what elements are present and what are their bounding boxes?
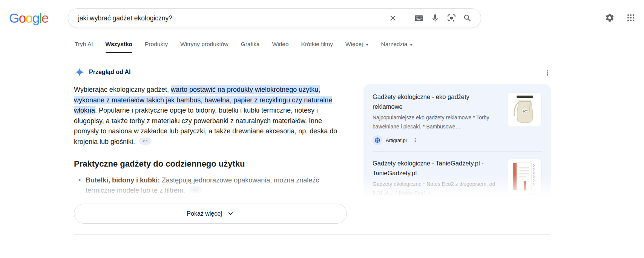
globe-favicon-icon[interactable]: [373, 135, 382, 145]
results-divider: [74, 234, 550, 235]
search-input[interactable]: [78, 14, 388, 22]
voice-search-icon[interactable]: [430, 13, 440, 23]
source-menu-icon[interactable]: [412, 137, 419, 144]
source-thumbnail-notebook[interactable]: [507, 159, 542, 193]
tab-witryny-produktow[interactable]: Witryny produktów: [180, 36, 228, 53]
google-logo[interactable]: Google: [9, 10, 48, 26]
tab-label: Produkty: [145, 41, 168, 48]
tab-label: Więcej: [345, 41, 363, 48]
lens-search-icon[interactable]: [446, 13, 456, 23]
search-submit-icon[interactable]: [463, 13, 472, 23]
tab-label: Wideo: [272, 41, 289, 48]
ai-sparkle-icon: [75, 67, 84, 77]
ai-overview-paragraph: Wybierając ekologiczny gadżet, warto pos…: [74, 85, 342, 147]
source-card-description: Najpopularniejsze eko gadżety reklamowe …: [373, 113, 500, 131]
searchbar-divider: [406, 13, 406, 23]
source-thumbnail-cotton-bag[interactable]: [507, 92, 542, 127]
ai-overview-menu-icon[interactable]: [543, 68, 552, 77]
tab-wszystko[interactable]: Wszystko: [106, 36, 133, 53]
ai-overview-header: Przegląd od AI: [75, 67, 131, 77]
ai-overview-title: Przegląd od AI: [89, 69, 131, 76]
paragraph-text: . Popularne i praktyczne opcje to bidony…: [74, 107, 337, 145]
ai-overview-body: Wybierając ekologiczny gadżet, warto pos…: [74, 85, 342, 208]
tab-label: Grafika: [241, 41, 260, 48]
tab-label: Witryny produktów: [180, 41, 228, 48]
source-card: Gadżety ekologiczne - TanieGadżety.pl - …: [373, 159, 542, 198]
logo-letter: o: [19, 11, 26, 25]
tab-label: Narzędzia: [381, 41, 408, 48]
link-icon: [143, 139, 148, 144]
chevron-down-icon: [366, 44, 369, 46]
results-tabs-bar: Tryb AI Wszystko Produkty Witryny produk…: [0, 36, 644, 53]
source-card-title[interactable]: Gadżety ekologiczne - TanieGadżety.pl - …: [373, 159, 500, 178]
keyboard-icon[interactable]: [414, 13, 424, 23]
source-card-title[interactable]: Gadżety ekologiczne - eko gadżety reklam…: [373, 92, 500, 111]
tab-label: Tryb AI: [75, 41, 93, 48]
tab-grafika[interactable]: Grafika: [241, 36, 260, 53]
bullet-list: Butelki, bidony i kubki: Zastępują jedno…: [74, 175, 342, 208]
ai-overview-source-cards: Gadżety ekologiczne - eko gadżety reklam…: [363, 84, 551, 200]
tab-wiecej[interactable]: Więcej: [345, 36, 369, 53]
source-link-chip[interactable]: [139, 137, 152, 145]
show-more-label: Pokaż więcej: [187, 210, 222, 217]
tab-krotkie-filmy[interactable]: Krótkie filmy: [301, 36, 333, 53]
logo-letter: o: [26, 11, 32, 25]
source-card: Gadżety ekologiczne - eko gadżety reklam…: [373, 92, 542, 145]
search-bar[interactable]: [68, 8, 481, 28]
google-search-results-page: Google: [0, 0, 644, 258]
show-more-button[interactable]: Pokaż więcej: [74, 204, 347, 224]
list-item: Butelki, bidony i kubki: Zastępują jedno…: [74, 175, 342, 196]
chevron-down-icon: [410, 44, 413, 46]
clear-search-icon[interactable]: [388, 13, 398, 23]
tab-tryb-ai[interactable]: Tryb AI: [75, 36, 93, 53]
tab-wideo[interactable]: Wideo: [272, 36, 289, 53]
card-divider: [373, 151, 542, 152]
chevron-down-icon: [227, 210, 234, 217]
tab-narzedzia[interactable]: Narzędzia: [381, 36, 413, 53]
logo-letter: G: [9, 11, 19, 25]
source-name[interactable]: Artigraf.pl: [386, 137, 407, 143]
section-heading: Praktyczne gadżety do codziennego użytku: [74, 159, 342, 169]
google-apps-grid-icon[interactable]: [626, 13, 636, 23]
tab-produkty[interactable]: Produkty: [145, 36, 168, 53]
source-link-chip[interactable]: [189, 186, 202, 193]
tab-label: Krótkie filmy: [301, 41, 333, 48]
link-icon: [193, 187, 198, 192]
bullet-label: Butelki, bidony i kubki:: [86, 176, 160, 184]
logo-letter: e: [41, 11, 48, 25]
tab-label: Wszystko: [106, 41, 133, 48]
source-card-description: Gadżety ekologiczne * Notes Eco2 z długo…: [373, 180, 500, 198]
logo-letter: g: [32, 11, 39, 25]
settings-gear-icon[interactable]: [605, 13, 615, 23]
paragraph-text: Wybierając ekologiczny gadżet,: [74, 86, 171, 93]
